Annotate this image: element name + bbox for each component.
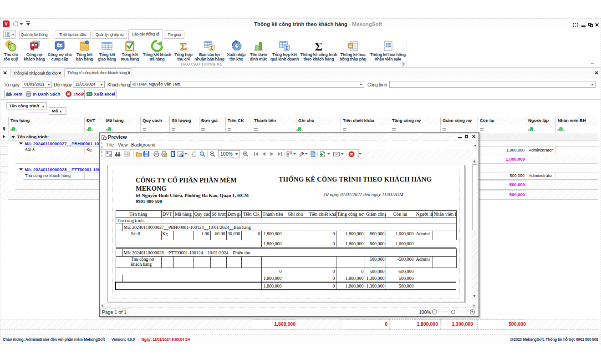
svg-text:c: c [112, 128, 113, 131]
svg-text:Σ: Σ [315, 40, 323, 52]
svg-text:c: c [534, 128, 535, 131]
svg-text:Σ: Σ [285, 46, 288, 51]
svg-text:a: a [86, 128, 88, 131]
svg-text:$: $ [11, 45, 14, 50]
svg-text:b: b [108, 128, 110, 131]
svg-text:b: b [299, 128, 300, 131]
svg-text:c: c [92, 128, 94, 131]
svg-text:Σ: Σ [210, 46, 213, 51]
svg-text:a: a [10, 128, 12, 131]
svg-text:Σ: Σ [180, 40, 187, 52]
svg-text:b: b [560, 128, 562, 131]
svg-text:a: a [557, 128, 559, 131]
svg-text:a: a [106, 128, 107, 131]
svg-text:b: b [13, 128, 15, 131]
svg-text:c: c [563, 128, 565, 131]
svg-text:b: b [530, 128, 532, 131]
svg-text:c: c [302, 128, 304, 131]
svg-text:c: c [16, 128, 18, 131]
svg-text:a: a [528, 128, 530, 131]
svg-text:b: b [89, 128, 91, 131]
